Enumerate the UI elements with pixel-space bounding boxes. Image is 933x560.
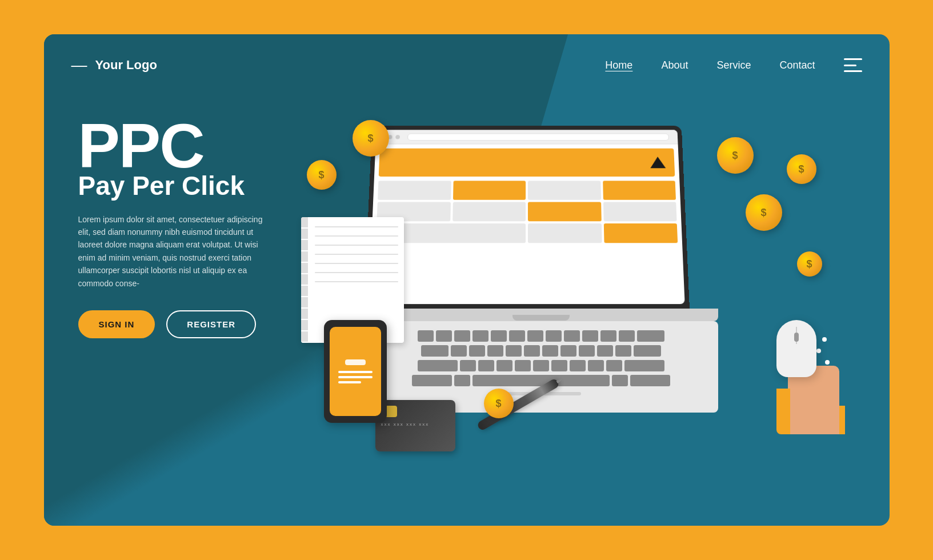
nav-service[interactable]: Service (716, 59, 751, 71)
key (634, 345, 661, 357)
laptop-keyboard (364, 321, 718, 413)
notebook-lines (315, 226, 398, 282)
logo: — Your Logo (71, 56, 157, 74)
key (612, 375, 628, 386)
main-card: — Your Logo Home About Service Contact P… (44, 34, 890, 526)
key-row (375, 330, 707, 342)
key (579, 345, 595, 357)
key (619, 330, 635, 342)
key (551, 360, 567, 371)
key (524, 345, 540, 357)
key (506, 345, 522, 357)
clipboard-top (345, 359, 366, 365)
credit-card: xxx xxx xxx xxx (375, 400, 455, 451)
nav-about[interactable]: About (661, 59, 688, 71)
hamburger-menu-icon[interactable] (844, 58, 862, 72)
key (491, 330, 507, 342)
key (588, 360, 604, 371)
key (630, 375, 670, 386)
key (624, 360, 664, 371)
nav-home[interactable]: Home (605, 59, 632, 71)
nav-links: Home About Service Contact (605, 58, 862, 72)
key (527, 330, 543, 342)
illustration: xxx xxx xxx xxx (318, 103, 862, 491)
key (472, 330, 488, 342)
laptop (364, 114, 707, 400)
key (496, 360, 512, 371)
click-dot (822, 337, 827, 342)
key (600, 330, 616, 342)
browser-dot (395, 135, 400, 139)
coin-4: $ (746, 194, 782, 231)
key-row (375, 375, 707, 386)
coin-3: $ (717, 137, 754, 174)
key (469, 345, 485, 357)
key (454, 330, 470, 342)
key (564, 330, 580, 342)
key (436, 330, 452, 342)
hero-title: PPC (78, 114, 318, 177)
key (533, 360, 549, 371)
computer-mouse (776, 320, 816, 377)
main-section: PPC Pay Per Click Lorem ipsum dolor sit … (44, 80, 890, 526)
clipboard-line (338, 371, 373, 373)
grid-cell (452, 202, 525, 221)
coin-5: $ (787, 154, 816, 184)
key (542, 345, 558, 357)
laptop-base (364, 309, 718, 321)
notebook-line (315, 263, 398, 264)
clipboard-lines (338, 371, 373, 383)
mouse-scroll-wheel (794, 333, 799, 342)
notebook-line (315, 245, 398, 246)
browser-bar (375, 130, 678, 144)
coin-1: $ (307, 160, 337, 190)
web-grid (375, 181, 677, 243)
key (412, 375, 452, 386)
key (606, 360, 622, 371)
key-row (375, 345, 707, 357)
browser-search-bar (407, 133, 669, 141)
click-dot (816, 349, 821, 353)
grid-cell (453, 181, 526, 199)
grid-cell (603, 223, 678, 243)
card-number: xxx xxx xxx xxx (381, 422, 450, 427)
cta-buttons: SIGN IN REGISTER (78, 310, 318, 338)
hero-copy: PPC Pay Per Click Lorem ipsum dolor sit … (78, 103, 318, 338)
phone (324, 320, 387, 423)
ad-banner (378, 149, 675, 177)
clipboard-line (338, 376, 373, 378)
notebook-line (315, 235, 398, 237)
key (418, 330, 434, 342)
key (560, 345, 576, 357)
key (515, 360, 531, 371)
signin-button[interactable]: SIGN IN (78, 310, 155, 338)
register-button[interactable]: REGISTER (166, 310, 256, 338)
arrow-up-icon (650, 157, 666, 168)
key (637, 330, 664, 342)
key (478, 360, 494, 371)
web-content (371, 144, 682, 247)
phone-screen (330, 327, 381, 416)
key (570, 360, 586, 371)
key (615, 345, 631, 357)
coin-7: $ (484, 389, 514, 418)
key (454, 375, 470, 386)
key (421, 345, 449, 357)
hero-body: Lorem ipsum dolor sit amet, consectetuer… (78, 213, 273, 290)
notebook-line (315, 254, 398, 255)
key (460, 360, 476, 371)
grid-cell (527, 223, 601, 243)
key-row (375, 360, 707, 371)
key (418, 360, 458, 371)
laptop-screen-outer (364, 126, 690, 309)
key (509, 330, 525, 342)
grid-cell (603, 202, 676, 221)
nav-contact[interactable]: Contact (779, 59, 815, 71)
page-content: — Your Logo Home About Service Contact P… (44, 34, 890, 526)
laptop-screen-inner (369, 130, 684, 304)
grid-cell (602, 181, 675, 199)
spacebar-key (472, 375, 610, 386)
key (451, 345, 467, 357)
grid-cell (527, 202, 600, 221)
notebook-line (315, 226, 398, 227)
